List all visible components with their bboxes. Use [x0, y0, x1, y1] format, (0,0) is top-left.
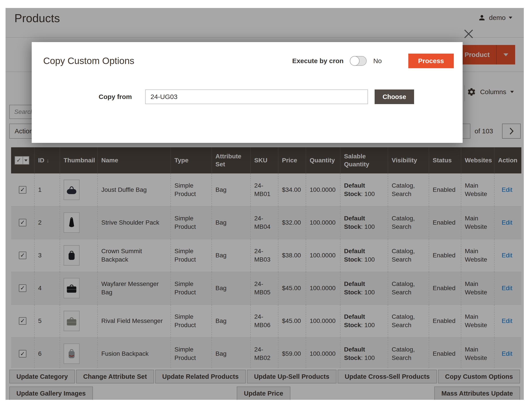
copy-from-input[interactable]	[145, 89, 368, 104]
modal-header: Copy Custom Options Execute by cron No P…	[32, 42, 463, 68]
execute-by-cron-label: Execute by cron	[292, 57, 344, 65]
close-icon[interactable]	[463, 29, 474, 39]
choose-button[interactable]: Choose	[375, 89, 414, 104]
modal-title: Copy Custom Options	[43, 56, 134, 66]
copy-custom-options-modal: Copy Custom Options Execute by cron No P…	[32, 42, 463, 143]
process-button[interactable]: Process	[408, 54, 454, 68]
copy-from-label: Copy from	[43, 93, 132, 101]
toggle-knob	[350, 56, 359, 66]
cron-toggle[interactable]	[350, 56, 367, 66]
cron-toggle-value: No	[373, 57, 382, 65]
modal-controls: Execute by cron No Process	[292, 54, 454, 68]
modal-form: Copy from Choose	[32, 89, 463, 104]
